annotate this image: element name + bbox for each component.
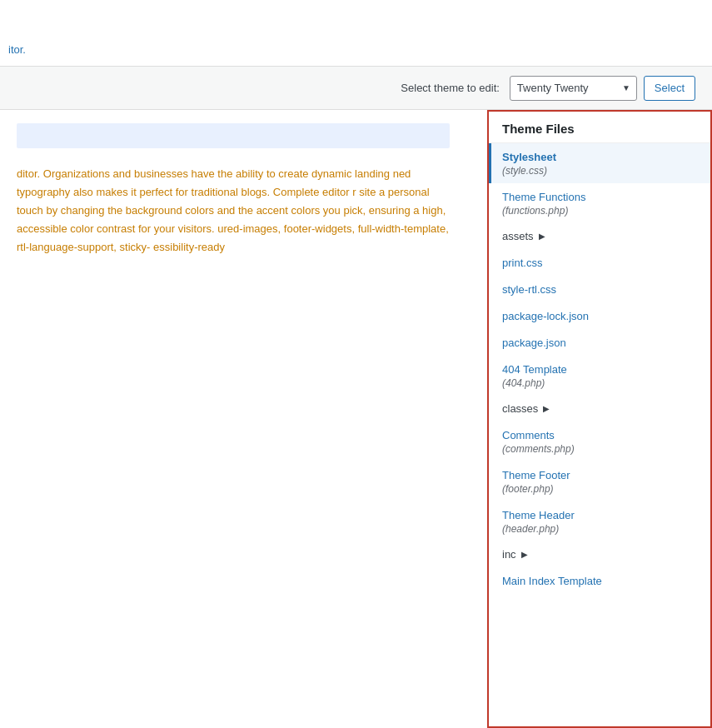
file-name-label: 404 Template xyxy=(502,363,567,376)
theme-select-wrapper: Twenty Twenty Twenty Twenty-One Twenty T… xyxy=(510,76,637,101)
file-name-label: Theme Header xyxy=(502,509,575,521)
highlighted-bar xyxy=(17,123,450,148)
folder-item-classes[interactable]: classes▶ xyxy=(489,396,710,421)
select-theme-bar: Select theme to edit: Twenty Twenty Twen… xyxy=(0,67,712,110)
folder-name: assets xyxy=(502,230,534,242)
select-button[interactable]: Select xyxy=(644,76,695,101)
top-bar: itor. xyxy=(0,0,712,67)
theme-files-header: Theme Files xyxy=(489,112,710,143)
file-name-label: Comments xyxy=(502,429,555,441)
file-sub-label: (header.php) xyxy=(502,523,559,535)
theme-dropdown[interactable]: Twenty Twenty Twenty Twenty-One Twenty T… xyxy=(510,76,637,101)
left-content-inner: ditor. Organizations and businesses have… xyxy=(17,123,450,257)
editor-link[interactable]: itor. xyxy=(8,43,26,56)
chevron-right-icon: ▶ xyxy=(539,232,545,241)
file-item-theme-functions[interactable]: Theme Functions(functions.php) xyxy=(489,183,710,223)
file-name-label: Theme Footer xyxy=(502,469,570,481)
page-wrapper: itor. Select theme to edit: Twenty Twent… xyxy=(0,0,712,728)
folder-item-inc[interactable]: inc▶ xyxy=(489,541,710,567)
select-theme-label: Select theme to edit: xyxy=(401,82,500,94)
chevron-right-icon: ▶ xyxy=(521,550,528,559)
file-sub-label: (404.php) xyxy=(502,377,545,389)
file-name-label: Stylesheet xyxy=(502,151,556,163)
file-item-package-lock.json[interactable]: package-lock.json xyxy=(489,302,710,329)
theme-files-title: Theme Files xyxy=(502,122,575,136)
file-item-theme-footer[interactable]: Theme Footer(footer.php) xyxy=(489,461,710,501)
folder-name: inc xyxy=(502,548,516,561)
file-item-package.json[interactable]: package.json xyxy=(489,329,710,356)
folder-name: classes xyxy=(502,402,538,415)
file-name-label: print.css xyxy=(502,257,542,269)
file-item-style-rtl.css[interactable]: style-rtl.css xyxy=(489,276,710,302)
content-area: ditor. Organizations and businesses have… xyxy=(0,110,712,728)
file-item-404-template[interactable]: 404 Template(404.php) xyxy=(489,356,710,396)
description-text: ditor. Organizations and businesses have… xyxy=(17,165,450,257)
folder-item-assets[interactable]: assets▶ xyxy=(489,223,710,249)
theme-files-list[interactable]: Stylesheet(style.css)Theme Functions(fun… xyxy=(489,143,710,726)
file-item-comments[interactable]: Comments(comments.php) xyxy=(489,421,710,461)
file-sub-label: (comments.php) xyxy=(502,443,575,455)
file-sub-label: (style.css) xyxy=(502,165,547,177)
file-name-label: style-rtl.css xyxy=(502,283,556,296)
file-item-print.css[interactable]: print.css xyxy=(489,249,710,276)
theme-files-panel: Theme Files Stylesheet(style.css)Theme F… xyxy=(487,110,712,728)
chevron-right-icon: ▶ xyxy=(543,404,550,413)
file-name-label: package.json xyxy=(502,337,566,349)
file-name-label: package-lock.json xyxy=(502,310,589,322)
file-sub-label: (footer.php) xyxy=(502,483,554,495)
file-sub-label: (functions.php) xyxy=(502,205,568,217)
file-name-label: Main Index Template xyxy=(502,575,602,587)
file-item-main-index-template[interactable]: Main Index Template xyxy=(489,567,710,594)
file-name-label: Theme Functions xyxy=(502,191,585,203)
file-item-stylesheet[interactable]: Stylesheet(style.css) xyxy=(489,143,710,183)
file-item-theme-header[interactable]: Theme Header(header.php) xyxy=(489,501,710,541)
